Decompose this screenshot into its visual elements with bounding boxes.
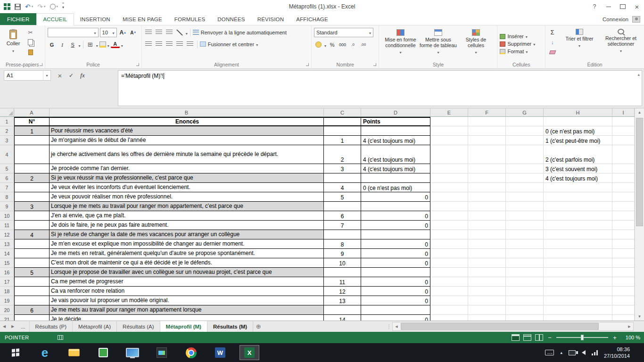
row-header-11[interactable]: 11: [0, 221, 14, 230]
cell-I9[interactable]: [612, 202, 635, 211]
row-header-3[interactable]: 3: [0, 136, 14, 145]
column-header-G[interactable]: G: [506, 108, 544, 116]
cell-B7[interactable]: Je veux éviter les inconforts d'un évent…: [50, 183, 324, 192]
sheet-tab-résultats-(a)[interactable]: Résultats (A): [117, 321, 160, 332]
cell-A17[interactable]: [14, 277, 50, 287]
customize-icon[interactable]: [62, 3, 64, 10]
cell-F17[interactable]: [468, 277, 506, 287]
align-left-icon[interactable]: [145, 41, 152, 47]
tab-scrollbar-splitter[interactable]: [386, 321, 392, 332]
taskbar-photo-app-icon[interactable]: [152, 345, 172, 360]
cell-I15[interactable]: [612, 258, 635, 268]
cell-A3[interactable]: [14, 136, 50, 145]
cell-D4[interactable]: 4 (c'est toujours moi): [361, 145, 430, 164]
taskbar-word-icon[interactable]: [210, 345, 230, 360]
cell-I13[interactable]: [612, 239, 635, 249]
format-dropdown-icon[interactable]: [526, 49, 528, 54]
zoom-percent[interactable]: 100 %: [621, 335, 640, 340]
taskbar-clock[interactable]: 08:36 27/10/2014: [604, 346, 633, 359]
cell-F8[interactable]: [468, 192, 506, 202]
cell-D2[interactable]: [361, 126, 430, 136]
cell-A9[interactable]: 3: [14, 202, 50, 211]
cell-E16[interactable]: [430, 268, 468, 277]
cell-G2[interactable]: [506, 126, 544, 136]
ribbon-tab-révision[interactable]: RÉVISION: [251, 13, 290, 25]
close-button[interactable]: [630, 1, 644, 12]
cell-H10[interactable]: [544, 211, 612, 221]
cell-A18[interactable]: [14, 287, 50, 296]
cell-I12[interactable]: [612, 230, 635, 239]
cell-F2[interactable]: [468, 126, 506, 136]
cell-B10[interactable]: J'en ai envie, que ça me plaît.: [50, 211, 324, 221]
cell-E19[interactable]: [430, 296, 468, 305]
cell-H7[interactable]: [544, 183, 612, 192]
merge-center-button[interactable]: Fusionner et centrer: [200, 41, 258, 47]
cell-D5[interactable]: 4 (c'est toujours moi): [361, 164, 430, 173]
cell-F18[interactable]: [468, 287, 506, 296]
view-normal-icon[interactable]: [512, 334, 520, 341]
increase-decimal-button[interactable]: ,0: [348, 40, 357, 49]
cell-D12[interactable]: [361, 230, 430, 239]
name-box-dropdown-icon[interactable]: [43, 71, 50, 80]
fill-color-button[interactable]: [99, 41, 106, 48]
cell-E3[interactable]: [430, 136, 468, 145]
cell-A16[interactable]: 5: [14, 268, 50, 277]
cell-G21[interactable]: [506, 315, 544, 321]
cell-A11[interactable]: [14, 221, 50, 230]
cell-G9[interactable]: [506, 202, 544, 211]
cell-D17[interactable]: 0: [361, 277, 430, 287]
zoom-in-icon[interactable]: +: [612, 334, 618, 341]
vertical-scroll-thumb[interactable]: [636, 118, 643, 226]
insert-dropdown-icon[interactable]: [526, 33, 528, 39]
column-header-C[interactable]: C: [324, 108, 361, 116]
cell-C18[interactable]: 12: [324, 287, 361, 296]
cell-F5[interactable]: [468, 164, 506, 173]
row-header-12[interactable]: 12: [0, 230, 14, 239]
accounting-format-icon[interactable]: [315, 41, 322, 48]
cell-E18[interactable]: [430, 287, 468, 296]
cell-G12[interactable]: [506, 230, 544, 239]
cell-H19[interactable]: [544, 296, 612, 305]
underline-button[interactable]: S: [68, 40, 77, 49]
formula-bar-collapse-icon[interactable]: [637, 72, 640, 77]
find-select-button[interactable]: Rechercher et sélectionner: [600, 28, 642, 60]
formula-input[interactable]: ='Métaprofil (M)'!: [118, 70, 642, 106]
cell-E5[interactable]: [430, 164, 468, 173]
cell-D15[interactable]: 0: [361, 258, 430, 268]
taskbar-chrome-icon[interactable]: [181, 345, 201, 360]
cell-F1[interactable]: [468, 117, 506, 126]
column-header-A[interactable]: A: [14, 108, 50, 116]
cell-F11[interactable]: [468, 221, 506, 230]
align-middle-icon[interactable]: [156, 30, 162, 35]
cell-D6[interactable]: [361, 173, 430, 183]
cell-A8[interactable]: [14, 192, 50, 202]
view-page-break-icon[interactable]: [535, 334, 543, 341]
taskbar-start-button[interactable]: [6, 345, 25, 360]
cell-I18[interactable]: [612, 287, 635, 296]
taskbar-green-app-icon[interactable]: [93, 345, 113, 360]
cell-C20[interactable]: [324, 305, 361, 315]
row-header-13[interactable]: 13: [0, 239, 14, 249]
cell-G14[interactable]: [506, 249, 544, 258]
cell-E2[interactable]: [430, 126, 468, 136]
cell-E12[interactable]: [430, 230, 468, 239]
cell-B19[interactable]: Je vais pouvoir lui proposer un modèle o…: [50, 296, 324, 305]
cell-B5[interactable]: Je procède comme l'an dernier.: [50, 164, 324, 173]
sheet-nav-left-icon[interactable]: [0, 321, 8, 332]
cell-I17[interactable]: [612, 277, 635, 287]
sheet-tab-résultats-(p)[interactable]: Résultats (P): [30, 321, 73, 332]
vertical-scrollbar[interactable]: [635, 108, 644, 321]
zoom-slider-thumb[interactable]: [581, 335, 584, 340]
cell-A4[interactable]: [14, 145, 50, 164]
cell-C7[interactable]: 4: [324, 183, 361, 192]
cell-D7[interactable]: 0 (ce n'est pas moi): [361, 183, 430, 192]
row-header-17[interactable]: 17: [0, 277, 14, 287]
cell-D18[interactable]: 0: [361, 287, 430, 296]
cell-F12[interactable]: [468, 230, 506, 239]
cell-C17[interactable]: 11: [324, 277, 361, 287]
cell-G5[interactable]: [506, 164, 544, 173]
format-cells-button[interactable]: Format: [500, 49, 543, 54]
cell-D11[interactable]: 0: [361, 221, 430, 230]
sheet-tab-overflow[interactable]: ...: [17, 321, 30, 332]
number-dialog-launcher[interactable]: [373, 63, 377, 67]
